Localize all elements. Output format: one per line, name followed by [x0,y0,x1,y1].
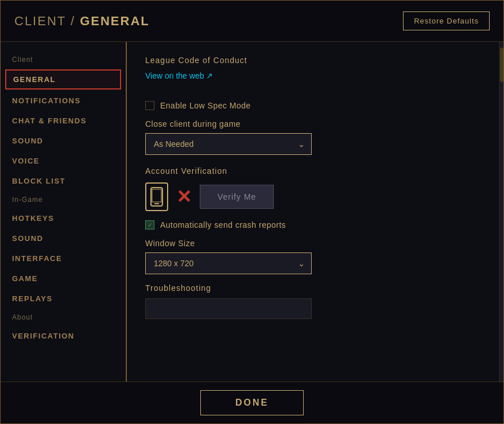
sidebar-item-game[interactable]: GAME [1,269,126,289]
account-verification-heading: Account Verification [145,166,480,176]
low-spec-row: Enable Low Spec Mode [145,101,480,110]
sidebar-item-chat-friends[interactable]: CHAT & FRIENDS [1,111,126,131]
done-button[interactable]: DONE [200,390,304,415]
main-content: Client GENERAL NOTIFICATIONS CHAT & FRIE… [1,42,503,382]
troubleshooting-heading: Troubleshooting [145,283,480,293]
close-client-dropdown[interactable]: Always As Needed Never [145,133,312,155]
sidebar-item-general[interactable]: GENERAL [5,69,121,90]
sidebar-section-ingame: In-Game [1,191,126,208]
window-size-dropdown-wrapper: 1024 x 768 1280 x 720 1366 x 768 1600 x … [145,252,312,274]
sidebar-section-client: Client [1,51,126,68]
breadcrumb-client: CLIENT / [14,14,80,28]
close-client-section: Close client during game Always As Neede… [145,119,480,155]
header: CLIENT / GENERAL Restore Defaults [1,1,503,42]
restore-defaults-button[interactable]: Restore Defaults [403,11,490,30]
troubleshooting-section: Troubleshooting [145,283,480,319]
view-on-web-link[interactable]: View on the web ↗ [145,71,213,80]
close-client-dropdown-wrapper: Always As Needed Never [145,133,312,155]
verify-row: ✕ Verify Me [145,182,480,211]
account-verification-section: Account Verification ✕ Verify Me [145,166,480,211]
x-mark-icon: ✕ [176,186,192,208]
code-of-conduct-section: League Code of Conduct View on the web ↗ [145,56,480,92]
code-of-conduct-heading: League Code of Conduct [145,56,480,65]
sidebar-item-notifications[interactable]: NOTIFICATIONS [1,91,126,111]
crash-reports-checkbox[interactable] [145,220,154,229]
verify-me-button[interactable]: Verify Me [200,185,274,209]
window-size-dropdown[interactable]: 1024 x 768 1280 x 720 1366 x 768 1600 x … [145,252,312,274]
sidebar-item-verification[interactable]: VERIFICATION [1,326,126,346]
close-client-label: Close client during game [145,119,480,129]
footer: DONE [1,382,503,423]
sidebar-item-sound-ingame[interactable]: SOUND [1,228,126,248]
window-size-label: Window Size [145,239,480,248]
scrollbar-track[interactable] [499,42,503,382]
crash-reports-row: Automatically send crash reports [145,220,480,229]
sidebar-item-hotkeys[interactable]: HOTKEYS [1,208,126,228]
sidebar-item-voice[interactable]: VOICE [1,151,126,171]
sidebar-item-sound[interactable]: SOUND [1,131,126,151]
svg-rect-2 [152,189,161,202]
low-spec-checkbox[interactable] [145,101,154,110]
sidebar-section-about: About [1,309,126,326]
breadcrumb-general: GENERAL [80,14,150,28]
window-size-section: Window Size 1024 x 768 1280 x 720 1366 x… [145,239,480,274]
app-container: CLIENT / GENERAL Restore Defaults Client… [0,0,504,424]
sidebar-item-replays[interactable]: REPLAYS [1,289,126,309]
sidebar: Client GENERAL NOTIFICATIONS CHAT & FRIE… [1,42,127,382]
troubleshooting-input[interactable] [145,298,312,319]
sidebar-item-interface[interactable]: INTERFACE [1,248,126,269]
sidebar-item-block-list[interactable]: BLOCK LIST [1,171,126,191]
svg-rect-1 [154,203,159,204]
phone-icon [145,182,168,211]
low-spec-label: Enable Low Spec Mode [160,101,251,110]
scrollbar-thumb[interactable] [500,48,503,82]
page-title: CLIENT / GENERAL [14,14,150,29]
content-panel: League Code of Conduct View on the web ↗… [127,42,499,382]
crash-reports-label: Automatically send crash reports [160,220,286,229]
